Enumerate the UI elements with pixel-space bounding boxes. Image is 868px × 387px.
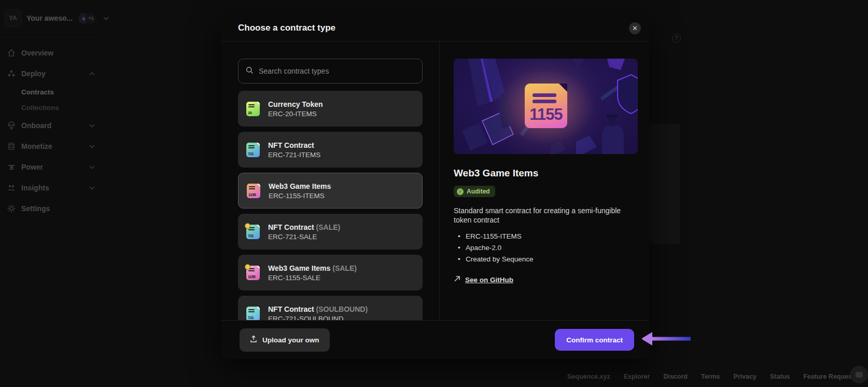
contract-list: 20 Currency Token ERC-20-ITEMS 721 NFT C… [238,91,423,320]
contract-item-erc1155-items-selected[interactable]: 1155 Web3 Game Items ERC-1155-ITEMS [238,173,423,209]
contract-item-erc721-soulbound[interactable]: 721 NFT Contract (SOULBOUND) ERC-721-SOU… [238,296,423,320]
upload-button-label: Upload your own [262,336,319,344]
check-circle-icon: ✓ [457,188,464,195]
detail-bullet: Created by Sequence [454,255,635,264]
search-box [238,59,423,84]
confirm-contract-button[interactable]: Confirm contract [555,329,634,351]
upload-your-own-button[interactable]: Upload your own [240,328,330,352]
see-on-github-link[interactable]: See on GitHub [454,275,513,284]
detail-description: Standard smart contract for creating a s… [454,206,627,225]
modal-footer: Upload your own Confirm contract [221,320,649,359]
detail-title: Web3 Game Items [454,168,635,179]
external-link-icon [454,275,460,284]
search-input[interactable] [259,67,415,75]
contract-list-pane: 20 Currency Token ERC-20-ITEMS 721 NFT C… [221,42,440,320]
annotation-arrow-icon [641,331,693,346]
erc1155-sale-doc-icon: 1155 [246,266,260,280]
erc721-sale-doc-icon: 721 [246,225,260,239]
modal-header: Choose a contract type ✕ [221,15,649,42]
detail-bullet-list: ERC-1155-ITEMS Apache-2.0 Created by Seq… [454,232,635,264]
modal-title: Choose a contract type [238,23,335,33]
contract-item-erc721-items[interactable]: 721 NFT Contract ERC-721-ITEMS [238,132,423,168]
erc1155-number: 1155 [525,105,567,124]
contract-item-erc20-items[interactable]: 20 Currency Token ERC-20-ITEMS [238,91,423,127]
app-window: YA Your aweso... ◆ +1 Overview [0,0,868,387]
contract-hero-image: 1155 [454,59,638,154]
github-link-label: See on GitHub [465,276,513,284]
contract-item-erc721-sale[interactable]: 721 NFT Contract (SALE) ERC-721-SALE [238,214,423,250]
choose-contract-modal: Choose a contract type ✕ 20 Currency Tok… [221,15,649,359]
audited-badge-label: Audited [467,188,490,195]
erc1155-doc-icon: 1155 [247,184,260,198]
erc1155-document-icon: 1155 [525,84,567,128]
close-button[interactable]: ✕ [629,22,641,34]
detail-bullet: ERC-1155-ITEMS [454,232,635,241]
upload-icon [250,335,257,344]
contract-item-erc1155-sale[interactable]: 1155 Web3 Game Items (SALE) ERC-1155-SAL… [238,255,423,291]
audited-badge: ✓ Audited [454,186,495,197]
erc721-soulbound-doc-icon: 721 [246,307,260,321]
contract-detail-pane: 1155 Web3 Game Items ✓ Audited Standard … [440,42,649,320]
erc721-doc-icon: 721 [246,143,260,157]
search-icon [246,66,254,76]
erc20-doc-icon: 20 [246,102,260,116]
detail-bullet: Apache-2.0 [454,243,635,253]
